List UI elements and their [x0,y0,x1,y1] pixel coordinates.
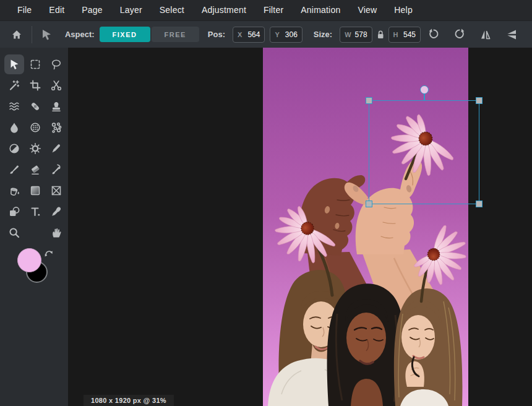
pos-y-label: Y [275,31,279,38]
flip-horizontal-icon [479,28,492,41]
menu-adjustment[interactable]: Adjustment [193,0,255,20]
tool-lasso-select[interactable] [46,54,66,74]
tool-text[interactable] [25,202,45,222]
tool-marquee-select[interactable] [25,54,45,74]
menu-file[interactable]: File [9,0,40,20]
selection-handle-bottom-right[interactable] [476,201,483,207]
pos-x-field[interactable]: X 564 [233,27,265,43]
size-w-field[interactable]: W 578 [340,27,372,43]
aspect-toggle: FIXED FREE [100,27,199,42]
aspect-free-button[interactable]: FREE [152,27,199,42]
pos-y-field[interactable]: Y 306 [270,27,302,43]
tool-magic-wand[interactable] [4,76,24,95]
tool-dodge-burn[interactable] [4,139,24,158]
tool-eraser[interactable] [25,160,45,179]
tool-liquify[interactable] [4,97,24,116]
current-tool-arrange-icon [37,24,56,45]
size-w-value: 578 [355,30,367,39]
home-icon [11,28,23,41]
tool-arrange[interactable] [4,54,24,74]
tool-heal-bandage[interactable] [25,97,45,116]
menu-view[interactable]: View [349,0,385,20]
main-area: 1080 x 1920 px @ 31% [0,48,532,406]
tool-pen-detail[interactable] [46,139,66,158]
menu-filter[interactable]: Filter [255,0,292,20]
selection-handle-top-left[interactable] [366,97,372,104]
tool-frame[interactable] [46,181,66,201]
pos-label: Pos: [208,30,225,39]
selection-handle-top-right[interactable] [476,97,483,104]
tool-options-bar: Aspect: FIXED FREE Pos: X 564 Y 306 Size… [0,20,532,48]
selection-box[interactable] [369,100,479,204]
tool-clone-stamp[interactable] [46,97,66,116]
tool-palette [0,48,68,406]
menu-layer[interactable]: Layer [111,0,151,20]
rotate-right-button[interactable] [449,24,470,45]
canvas-size-status: 1080 x 1920 px @ 31% [84,395,174,406]
pos-y-value: 306 [285,30,298,39]
size-h-value: 545 [403,30,416,39]
tool-zoom[interactable] [4,223,24,243]
menu-page[interactable]: Page [73,0,111,20]
tool-shape[interactable] [4,202,24,222]
tool-draw-brush[interactable] [4,160,24,179]
tool-artistic-brush[interactable] [46,160,66,179]
aspect-lock-icon[interactable] [375,29,385,40]
menu-animation[interactable]: Animation [292,0,349,20]
foreground-color-well[interactable] [17,248,41,272]
menu-help[interactable]: Help [385,0,421,20]
tool-grid [0,48,68,243]
menu-select[interactable]: Select [151,0,193,20]
home-button[interactable] [7,24,27,45]
tool-hand-pan[interactable] [46,223,66,243]
rotation-handle[interactable] [420,85,429,94]
rotate-ccw-icon [427,28,440,41]
size-label: Size: [314,30,332,39]
image-editor-app: File Edit Page Layer Select Adjustment F… [0,0,532,406]
pos-x-value: 564 [247,30,260,39]
aspect-label: Aspect: [65,30,95,39]
menu-edit[interactable]: Edit [40,0,73,20]
rotation-stem [424,94,425,100]
flip-horizontal-button[interactable] [475,24,496,45]
tool-color-picker[interactable] [46,202,66,222]
tool-sharpen-gear[interactable] [25,139,45,158]
tool-crop[interactable] [25,76,45,95]
tool-pointillize[interactable] [46,118,66,137]
color-wells [0,248,68,292]
size-h-field[interactable]: H 545 [388,27,421,43]
toolbar-separator [32,26,32,43]
tool-halftone[interactable] [25,118,45,137]
transform-actions [423,24,525,45]
tool-fill-bucket[interactable] [4,181,24,201]
tool-cutout-scissors[interactable] [46,76,66,95]
menu-bar: File Edit Page Layer Select Adjustment F… [0,0,532,20]
tool-gradient[interactable] [25,181,45,201]
rotate-left-button[interactable] [423,24,444,45]
swap-colors-icon[interactable] [43,248,54,259]
size-w-label: W [345,31,351,38]
pos-x-label: X [238,31,242,38]
size-h-label: H [393,31,398,38]
flip-vertical-button[interactable] [501,24,522,45]
rotate-cw-icon [453,28,466,41]
tool-blur-droplet[interactable] [4,118,24,137]
workspace[interactable]: 1080 x 1920 px @ 31% [68,48,532,406]
aspect-fixed-button[interactable]: FIXED [100,27,150,42]
flip-vertical-icon [505,28,518,41]
selection-handle-bottom-left[interactable] [366,201,372,207]
